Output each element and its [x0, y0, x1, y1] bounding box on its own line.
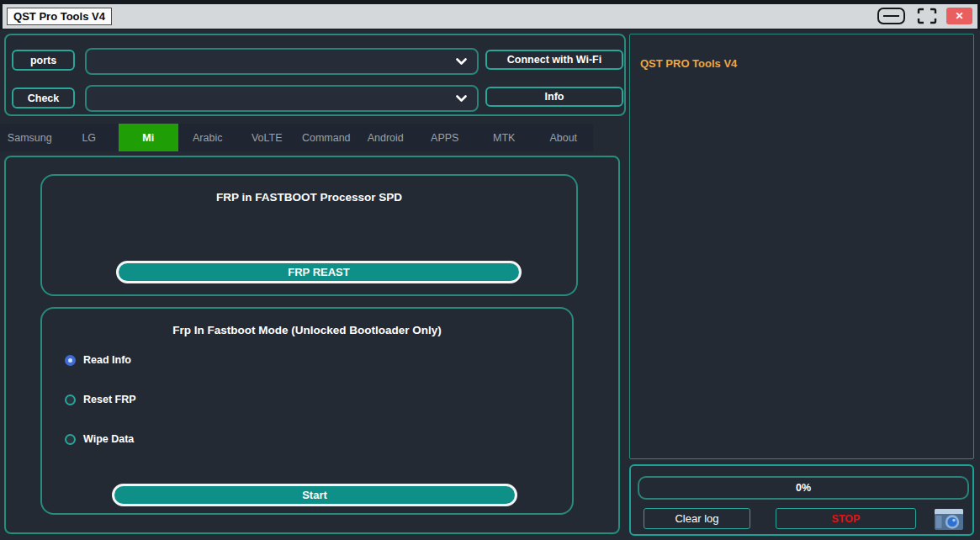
- check-button[interactable]: Check: [12, 87, 75, 109]
- progress-bar: 0%: [638, 476, 969, 500]
- chevron-down-icon: [456, 95, 467, 103]
- progress-value: 0%: [796, 482, 811, 494]
- close-button[interactable]: ✕: [946, 8, 972, 24]
- titlebar: QST Pro Tools V4 ✕: [3, 4, 977, 29]
- frp-fastboot-mode-title: Frp In Fastboot Mode (Unlocked Bootloade…: [42, 324, 572, 336]
- frp-reast-button[interactable]: FRP REAST: [116, 261, 522, 283]
- tab-command[interactable]: Command: [297, 124, 357, 151]
- ports-button[interactable]: ports: [12, 50, 75, 71]
- tab-bar: SamsungLGMiArabicVoLTECommandAndroidAPPS…: [0, 124, 593, 151]
- radio-selected-icon[interactable]: [65, 355, 76, 366]
- minimize-button[interactable]: [877, 8, 905, 24]
- tab-mi[interactable]: Mi: [119, 124, 178, 151]
- tab-apps[interactable]: APPS: [416, 124, 475, 151]
- radio-unselected-icon[interactable]: [65, 394, 76, 405]
- connect-wifi-button[interactable]: Connect with Wi-Fi: [485, 50, 623, 70]
- start-button[interactable]: Start: [112, 484, 517, 506]
- frp-fastboot-mode-group: Frp In Fastboot Mode (Unlocked Bootloade…: [40, 307, 574, 515]
- radio-option-label: Wipe Data: [83, 433, 134, 445]
- screenshot-button[interactable]: [932, 505, 966, 533]
- radio-option-wipe-data[interactable]: Wipe Data: [65, 433, 136, 445]
- status-panel: 0% Clear log STOP: [629, 464, 974, 536]
- frp-fastboot-spd-title: FRP in FASTBOOT Processor SPD: [42, 191, 576, 204]
- clear-log-button[interactable]: Clear log: [644, 508, 750, 529]
- tab-about[interactable]: About: [534, 124, 594, 151]
- tab-arabic[interactable]: Arabic: [178, 124, 238, 151]
- radio-unselected-icon[interactable]: [65, 434, 76, 445]
- model-select[interactable]: [85, 85, 479, 112]
- stop-button[interactable]: STOP: [776, 508, 916, 529]
- maximize-button[interactable]: [917, 8, 937, 24]
- minimize-icon: [883, 15, 899, 17]
- radio-option-reset-frp[interactable]: Reset FRP: [65, 394, 136, 405]
- chevron-down-icon: [456, 58, 467, 66]
- radio-option-label: Reset FRP: [83, 394, 136, 405]
- connection-panel: ports Connect with Wi-Fi Check Info: [4, 34, 626, 116]
- log-panel: QST PRO Tools V4: [629, 34, 974, 459]
- tab-lg[interactable]: LG: [60, 124, 119, 151]
- port-select[interactable]: [85, 48, 479, 75]
- tab-samsung[interactable]: Samsung: [0, 124, 60, 151]
- log-header: QST PRO Tools V4: [640, 57, 737, 70]
- frp-fastboot-spd-group: FRP in FASTBOOT Processor SPD FRP REAST: [40, 174, 578, 296]
- close-icon: ✕: [955, 10, 963, 22]
- tab-mtk[interactable]: MTK: [474, 124, 534, 151]
- maximize-icon: [917, 8, 937, 24]
- mi-tab-panel: FRP in FASTBOOT Processor SPD FRP REAST …: [4, 156, 620, 534]
- window-title: QST Pro Tools V4: [7, 8, 112, 25]
- radio-option-read-info[interactable]: Read Info: [65, 354, 136, 366]
- radio-option-label: Read Info: [83, 354, 131, 366]
- tab-android[interactable]: Android: [356, 124, 416, 151]
- info-button[interactable]: Info: [485, 87, 623, 107]
- camera-icon: [932, 505, 966, 533]
- tab-volte[interactable]: VoLTE: [237, 124, 297, 151]
- frp-mode-options: Read InfoReset FRPWipe Data: [65, 354, 136, 445]
